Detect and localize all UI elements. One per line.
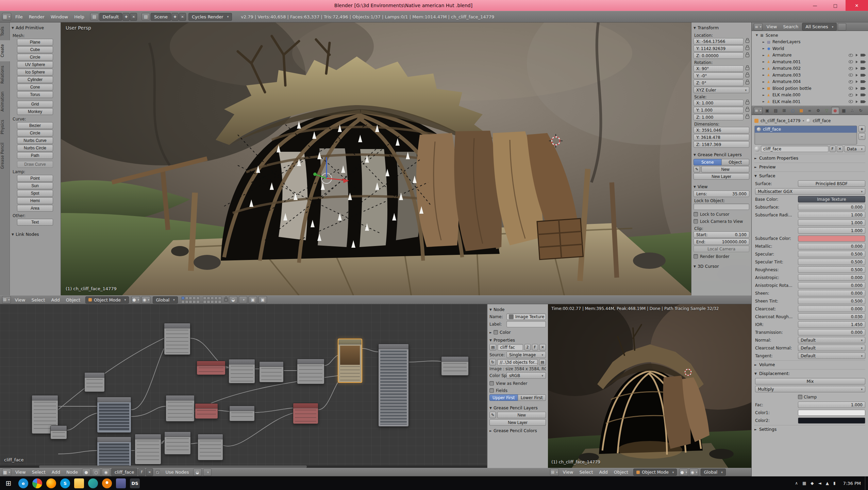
link-nodes-panel-header[interactable]: ▼Link Nodes (12, 230, 59, 238)
properties-panel-header[interactable]: ▼Properties (489, 336, 546, 344)
tray-icon[interactable]: ▦ (802, 481, 806, 486)
shader-type-object-icon[interactable]: ● (82, 469, 90, 476)
unlink-button[interactable]: ✕ (837, 146, 843, 152)
add-mesh-button[interactable]: Circle (17, 54, 53, 61)
add-primitive-panel-header[interactable]: ▼Add Primitive (12, 24, 59, 32)
node-label-field[interactable] (506, 321, 546, 327)
value-slider[interactable]: 0.000 (798, 274, 865, 281)
option-dropdown[interactable]: Default (798, 337, 865, 343)
toolshelf-tab-tools[interactable]: Tools (0, 22, 10, 40)
taskbar-app-icon[interactable] (88, 478, 98, 488)
add-lamp-button[interactable]: Point (17, 175, 53, 182)
gp-scene-tab[interactable]: Scene (694, 159, 722, 165)
node-panel-header[interactable]: ▼Node (489, 306, 546, 313)
shader-node[interactable] (135, 434, 161, 464)
tray-icon[interactable]: ◆ (811, 481, 814, 486)
grease-pencil-panel-header[interactable]: ▼Grease Pencil Layers (694, 151, 749, 159)
selectability-arrow-icon[interactable] (856, 54, 858, 56)
scene-field[interactable]: Scene (151, 13, 171, 21)
properties-tab[interactable]: ⚙ (814, 107, 822, 114)
properties-tab[interactable]: ▦ (840, 107, 848, 114)
menu-item[interactable]: Object (611, 468, 631, 476)
image-path-field[interactable]: //..\3d objects for... (497, 359, 537, 365)
view-as-render-checkbox[interactable] (489, 381, 494, 386)
expand-icon[interactable]: ► (761, 54, 766, 57)
snap-magnet-icon[interactable]: ◒ (193, 469, 202, 476)
toolshelf-tab-physics[interactable]: Physics (0, 116, 10, 138)
shader-button[interactable]: Mix (755, 378, 865, 385)
taskbar-app-icon[interactable] (116, 478, 126, 488)
taskbar-app-icon[interactable]: S (60, 478, 70, 488)
object-name[interactable]: World (772, 46, 784, 51)
displacement-panel-header[interactable]: ▼Displacement: (754, 369, 865, 377)
shader-node[interactable] (164, 323, 190, 355)
menu-item[interactable]: Search (780, 23, 801, 31)
lock-icon[interactable] (224, 298, 228, 301)
dimension-field[interactable]: Y: 3618.478 (694, 134, 749, 141)
start-button[interactable]: ⊞ (1, 476, 16, 490)
menu-item[interactable]: View (560, 468, 577, 476)
fake-user-button[interactable]: F (830, 146, 836, 152)
rotation-mode-dropdown[interactable]: XYZ Euler (694, 87, 749, 93)
add-curve-button[interactable]: Circle (17, 130, 53, 136)
surface-panel-header[interactable]: ▼Surface (754, 172, 865, 180)
visibility-eye-icon[interactable] (849, 94, 853, 97)
scale-field[interactable]: Z: 1.000 (694, 114, 744, 120)
object-name[interactable]: Armature (772, 53, 791, 58)
lock-to-cursor-checkbox[interactable] (694, 212, 698, 216)
close-button[interactable]: ✕ (846, 0, 868, 11)
layer-toggles[interactable] (181, 296, 200, 304)
value-slider[interactable]: 0.500 (798, 259, 865, 265)
visibility-eye-icon[interactable] (849, 67, 853, 70)
settings-panel-header[interactable]: ►Settings (754, 425, 865, 433)
renderability-camera-icon[interactable] (861, 74, 865, 77)
option-dropdown[interactable]: Default (798, 353, 865, 359)
object-name[interactable]: Armature.002 (772, 66, 801, 71)
fake-user-button[interactable]: F (138, 468, 145, 476)
expand-icon[interactable]: ► (761, 80, 766, 83)
renderability-camera-icon[interactable] (861, 87, 865, 90)
value-slider[interactable]: 1.450 (798, 321, 865, 328)
gp-draw-icon[interactable]: ✎ (694, 166, 700, 173)
add-mesh-button[interactable]: Torus (17, 91, 53, 98)
delete-layout-button[interactable]: ✕ (130, 13, 137, 21)
expand-icon[interactable]: ► (761, 100, 766, 103)
maximize-button[interactable]: □ (825, 0, 846, 11)
expand-icon[interactable]: ► (761, 94, 766, 97)
object-name[interactable]: Blood potion bottle (772, 86, 812, 91)
layer-toggles-2[interactable] (203, 296, 221, 304)
mode-dropdown[interactable]: Object Mode▾ (85, 296, 129, 304)
toolshelf-tab-create[interactable]: Create (0, 40, 10, 61)
menu-item[interactable]: View (12, 296, 29, 304)
outliner-row[interactable]: ▼ Scene (752, 32, 868, 39)
local-camera-field[interactable]: Local Camera (694, 246, 749, 252)
outliner-row[interactable]: ► ELK male.001 (752, 98, 868, 105)
show-desktop-button[interactable] (865, 476, 867, 490)
shader-node[interactable] (338, 339, 362, 383)
lock-icon[interactable] (746, 109, 749, 112)
expand-icon[interactable]: ► (761, 74, 766, 77)
location-field[interactable]: X: -564.17566 (694, 38, 744, 45)
3d-cursor-panel-header[interactable]: ▼3D Cursor (694, 262, 749, 270)
value-slider[interactable]: 1.000 (798, 219, 865, 226)
data-source-dropdown[interactable]: Data (844, 146, 865, 152)
outliner-row[interactable]: ► World (752, 45, 868, 52)
lock-icon[interactable] (746, 116, 749, 119)
object-name[interactable]: RenderLayers (772, 39, 800, 44)
editor-type-icon[interactable]: ≡▾ (754, 23, 763, 31)
renderability-camera-icon[interactable] (861, 80, 865, 83)
object-name[interactable]: Armature.004 (772, 79, 801, 84)
rotation-field[interactable]: X: 90° (694, 65, 744, 72)
add-mesh-button[interactable]: Cylinder (17, 76, 53, 83)
renderability-camera-icon[interactable] (861, 100, 865, 103)
taskbar-clock[interactable]: 7:36 PM (843, 481, 861, 486)
add-scene-button[interactable]: ✚ (171, 13, 179, 21)
object-name[interactable]: Scene (766, 33, 778, 38)
shader-node[interactable] (198, 434, 223, 460)
snap-mode-dropdown[interactable]: ▾ (203, 469, 212, 476)
breadcrumb-material[interactable]: cliff_face (813, 118, 831, 123)
object-name[interactable]: ELK male.001 (772, 99, 800, 104)
expand-icon[interactable]: ► (761, 60, 766, 63)
gp-layers-panel-header[interactable]: ▼Grease Pencil Layers (489, 404, 546, 412)
node-name-field[interactable]: Image Texture (506, 313, 546, 320)
